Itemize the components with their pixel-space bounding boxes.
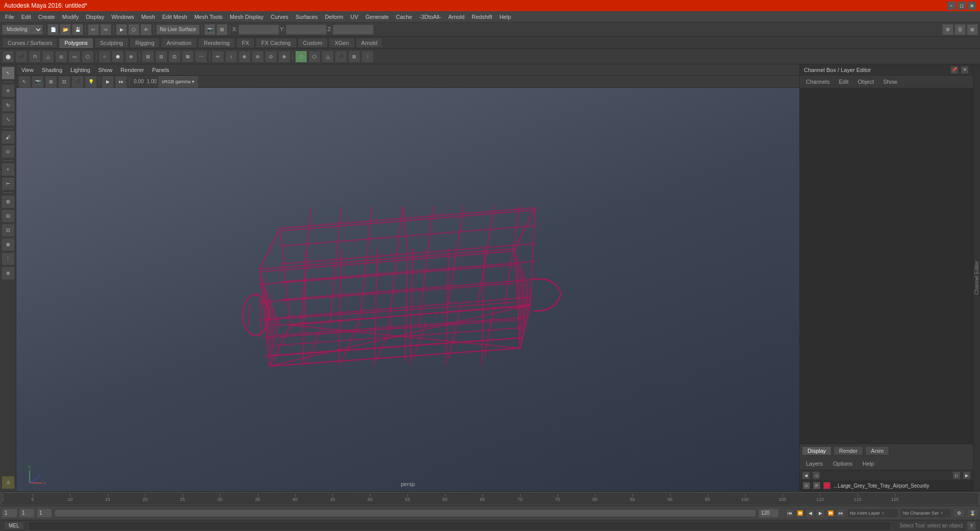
menu-mesh-tools[interactable]: Mesh Tools (191, 13, 226, 21)
vp-playback-btn[interactable]: ▶ (102, 76, 114, 88)
select-tool-button[interactable]: ▶ (116, 24, 127, 35)
z-input[interactable] (333, 25, 374, 35)
vp-solid-btn[interactable]: ⬛ (71, 76, 84, 88)
display-tool-5[interactable]: ⋮ (2, 252, 15, 266)
layer-fwd-btn[interactable]: ▷ (952, 471, 961, 479)
maximize-button[interactable]: □ (958, 2, 966, 10)
mesh-icon-19[interactable]: ⊖ (252, 51, 264, 63)
right-icon-3[interactable]: ⊞ (967, 24, 978, 35)
menu-edit[interactable]: Edit (18, 13, 34, 21)
layer-p-btn[interactable]: P (813, 482, 820, 489)
create-tool[interactable]: + (2, 163, 15, 176)
mesh-icon-3[interactable]: ⊓ (29, 51, 41, 63)
viewport-menu-renderer[interactable]: Renderer (117, 66, 147, 74)
x-input[interactable] (238, 25, 279, 35)
cb-tab-show[interactable]: Show (879, 78, 901, 86)
tab-curves-surfaces[interactable]: Curves / Surfaces (2, 38, 58, 48)
display-tool-3[interactable]: ⊡ (2, 224, 15, 237)
help-btn[interactable]: Help (859, 460, 878, 468)
open-scene-button[interactable]: 📂 (60, 24, 71, 35)
play-forward-button[interactable]: ▶ (816, 509, 825, 518)
minimize-button[interactable]: − (947, 2, 955, 10)
mesh-icon-5[interactable]: ◎ (55, 51, 67, 63)
mesh-icon-23[interactable]: ⬡ (308, 51, 321, 63)
display-tool-4[interactable]: ⊠ (2, 238, 15, 251)
range-start-input[interactable] (2, 509, 17, 518)
mesh-icon-21[interactable]: ⊗ (278, 51, 290, 63)
vp-cam-btn[interactable]: 📷 (32, 76, 44, 88)
right-icon-1[interactable]: ⚙ (942, 24, 953, 35)
menu-redshift[interactable]: Redshift (469, 13, 495, 21)
select-tool[interactable]: ↖ (2, 66, 15, 80)
vp-gamma-btn[interactable]: sRGB gamma ▾ (158, 76, 199, 88)
menu-3dtoall[interactable]: -3DtoAll- (416, 13, 444, 21)
menu-curves[interactable]: Curves (267, 13, 291, 21)
display-tool-6[interactable]: ⊗ (2, 267, 15, 280)
viewport-menu-lighting[interactable]: Lighting (67, 66, 93, 74)
undo-button[interactable]: ↩ (88, 24, 99, 35)
auto-key-button[interactable]: ⌛ (967, 509, 978, 518)
attribute-editor-sidebar[interactable]: Channel Editor (973, 64, 980, 491)
viewport-menu-shading[interactable]: Shading (39, 66, 65, 74)
menu-deform[interactable]: Deform (322, 13, 346, 21)
close-button[interactable]: ✕ (968, 2, 976, 10)
menu-surfaces[interactable]: Surfaces (292, 13, 321, 21)
tab-arnold[interactable]: Arnold (356, 38, 383, 48)
mesh-icon-4[interactable]: △ (42, 51, 54, 63)
mesh-icon-15[interactable]: ⋯ (195, 51, 207, 63)
mesh-icon-17[interactable]: ↕ (225, 51, 237, 63)
y-input[interactable] (286, 25, 327, 35)
render-tab[interactable]: Render (834, 446, 863, 455)
tab-fx[interactable]: FX (236, 38, 255, 48)
snap-grid-button[interactable]: ⊞ (216, 24, 228, 35)
cb-tab-object[interactable]: Object (853, 78, 878, 86)
mesh-icon-9[interactable]: ⬟ (112, 51, 124, 63)
mesh-icon-26[interactable]: ⊞ (348, 51, 360, 63)
mesh-icon-12[interactable]: ⊟ (155, 51, 167, 63)
cb-tab-edit[interactable]: Edit (835, 78, 852, 86)
display-tool-2[interactable]: ⊟ (2, 209, 15, 223)
save-scene-button[interactable]: 💾 (72, 24, 83, 35)
mesh-icon-22[interactable]: □ (295, 51, 307, 63)
new-scene-button[interactable]: 📄 (47, 24, 59, 35)
layer-back-btn[interactable]: ◁ (812, 471, 820, 479)
menu-file[interactable]: File (2, 13, 17, 21)
step-back-button[interactable]: ⏪ (795, 509, 804, 518)
right-icon-2[interactable]: ☰ (954, 24, 966, 35)
mesh-icon-20[interactable]: ⊙ (265, 51, 277, 63)
mesh-icon-2[interactable]: ⬛ (15, 51, 28, 63)
redo-button[interactable]: ↪ (100, 24, 111, 35)
lasso-select-button[interactable]: ⬡ (128, 24, 139, 35)
display-tool-1[interactable]: ⊞ (2, 195, 15, 208)
mesh-icon-10[interactable]: ⊕ (125, 51, 137, 63)
tab-xgen[interactable]: XGen (329, 38, 354, 48)
range-slider[interactable] (54, 509, 756, 517)
range-end-input[interactable] (758, 509, 779, 518)
menu-uv[interactable]: UV (347, 13, 361, 21)
viewport-menu-view[interactable]: View (18, 66, 37, 74)
layers-btn[interactable]: Layers (802, 460, 827, 468)
rotate-tool[interactable]: ↻ (2, 99, 15, 112)
viewport-menu-show[interactable]: Show (95, 66, 116, 74)
mesh-icon-8[interactable]: ○ (99, 51, 111, 63)
layer-v-btn[interactable]: V (803, 482, 810, 489)
frame-step-input[interactable] (37, 509, 52, 518)
current-frame-input[interactable] (19, 509, 35, 518)
menu-edit-mesh[interactable]: Edit Mesh (159, 13, 190, 21)
command-input[interactable] (28, 521, 892, 530)
layer-next-btn[interactable]: ▶ (963, 471, 971, 479)
vp-light-btn[interactable]: 💡 (85, 76, 97, 88)
menu-generate[interactable]: Generate (362, 13, 392, 21)
mesh-icon-13[interactable]: ⊡ (168, 51, 181, 63)
mesh-icon-1[interactable]: ⬤ (2, 51, 14, 63)
preferences-button[interactable]: ⚙ (953, 509, 965, 518)
mesh-icon-27[interactable]: ⋮ (361, 51, 374, 63)
tab-rigging[interactable]: Rigging (130, 38, 160, 48)
menu-mesh[interactable]: Mesh (138, 13, 158, 21)
options-btn[interactable]: Options (829, 460, 856, 468)
mesh-icon-16[interactable]: ✏ (212, 51, 224, 63)
vp-step-btn[interactable]: ⏭ (115, 76, 127, 88)
play-back-button[interactable]: ◀ (805, 509, 815, 518)
mesh-icon-18[interactable]: ⊕ (238, 51, 251, 63)
move-tool[interactable]: ✛ (2, 84, 15, 98)
